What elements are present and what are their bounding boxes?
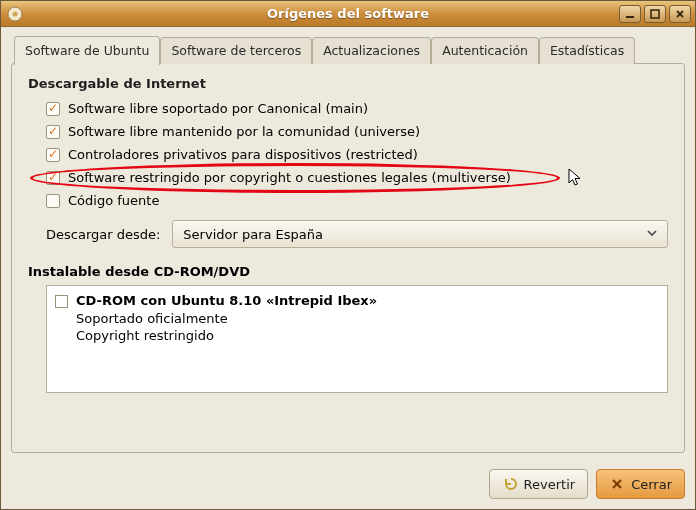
label-multiverse: Software restringido por copyright o cue… [68, 170, 511, 185]
label-restricted: Controladores privativos para dispositiv… [68, 147, 418, 162]
cdrom-section-title: Instalable desde CD-ROM/DVD [28, 264, 668, 279]
row-universe: Software libre mantenido por la comunida… [28, 120, 668, 143]
titlebar[interactable]: Orígenes del software [1, 1, 695, 27]
undo-icon [502, 476, 518, 492]
checkbox-restricted[interactable] [46, 148, 60, 162]
cdrom-line1: CD-ROM con Ubuntu 8.10 «Intrepid Ibex» [76, 292, 377, 310]
svg-rect-3 [651, 10, 659, 18]
download-server-combo[interactable]: Servidor para España [172, 220, 668, 248]
row-multiverse: Software restringido por copyright o cue… [28, 166, 668, 189]
tabstrip: Software de Ubuntu Software de terceros … [14, 35, 685, 64]
download-from-label: Descargar desde: [46, 227, 160, 242]
label-universe: Software libre mantenido por la comunida… [68, 124, 420, 139]
svg-point-1 [13, 11, 18, 16]
minimize-button[interactable] [619, 5, 641, 23]
list-item[interactable]: CD-ROM con Ubuntu 8.10 «Intrepid Ibex» S… [55, 292, 659, 345]
close-icon [609, 476, 625, 492]
close-label: Cerrar [631, 477, 672, 492]
app-icon [7, 6, 23, 22]
close-window-button[interactable] [669, 5, 691, 23]
tab-third-party[interactable]: Software de terceros [160, 37, 312, 64]
dialog-button-row: Revertir Cerrar [1, 461, 695, 509]
tab-ubuntu-software[interactable]: Software de Ubuntu [14, 36, 160, 65]
tab-updates[interactable]: Actualizaciones [312, 37, 431, 64]
row-main: Software libre soportado por Canonical (… [28, 97, 668, 120]
tab-authentication[interactable]: Autenticación [431, 37, 539, 64]
maximize-button[interactable] [644, 5, 666, 23]
cdrom-line2: Soportado oficialmente [76, 310, 377, 328]
content-area: Software de Ubuntu Software de terceros … [1, 27, 695, 461]
download-server-value: Servidor para España [183, 227, 323, 242]
tab-panel: Descargable de Internet Software libre s… [11, 63, 685, 453]
downloadable-section-title: Descargable de Internet [28, 76, 668, 91]
close-button[interactable]: Cerrar [596, 469, 685, 499]
row-source: Código fuente [28, 189, 668, 212]
cdrom-line3: Copyright restringido [76, 327, 377, 345]
checkbox-cdrom[interactable] [55, 295, 68, 308]
label-main: Software libre soportado por Canonical (… [68, 101, 368, 116]
chevron-down-icon [643, 227, 661, 242]
download-from-row: Descargar desde: Servidor para España [28, 220, 668, 248]
cdrom-item-text: CD-ROM con Ubuntu 8.10 «Intrepid Ibex» S… [76, 292, 377, 345]
svg-rect-2 [626, 16, 634, 18]
tab-statistics[interactable]: Estadísticas [539, 37, 635, 64]
checkbox-source[interactable] [46, 194, 60, 208]
revert-label: Revertir [524, 477, 576, 492]
revert-button[interactable]: Revertir [489, 469, 589, 499]
checkbox-main[interactable] [46, 102, 60, 116]
checkbox-universe[interactable] [46, 125, 60, 139]
window-title: Orígenes del software [1, 6, 695, 21]
checkbox-multiverse[interactable] [46, 171, 60, 185]
row-restricted: Controladores privativos para dispositiv… [28, 143, 668, 166]
software-sources-window: Orígenes del software Software de Ubuntu… [0, 0, 696, 510]
cdrom-listbox[interactable]: CD-ROM con Ubuntu 8.10 «Intrepid Ibex» S… [46, 285, 668, 393]
label-source: Código fuente [68, 193, 159, 208]
